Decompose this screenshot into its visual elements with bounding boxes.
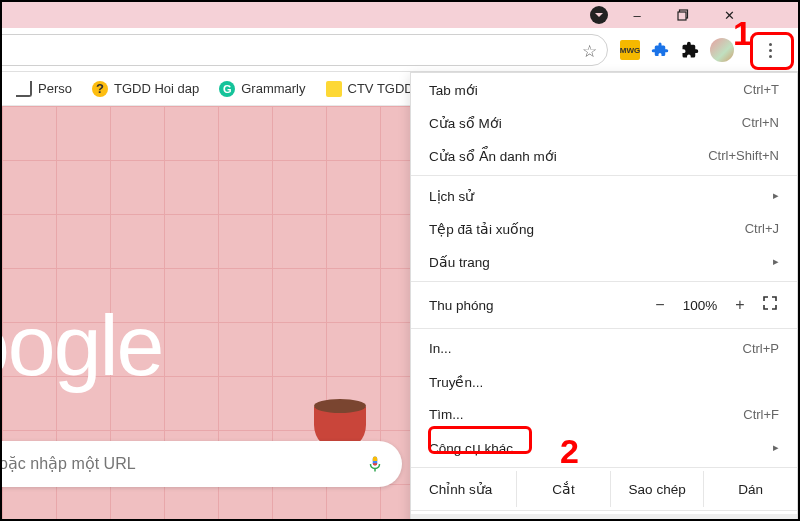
search-input[interactable] (0, 455, 366, 473)
menu-cut[interactable]: Cắt (516, 471, 610, 507)
menu-label: Truyền... (429, 374, 483, 390)
menu-shortcut: Ctrl+N (742, 115, 779, 130)
address-bar[interactable]: ☆ (0, 34, 608, 66)
annotation-box-1 (750, 32, 794, 70)
new-tab-page: oogle (2, 106, 410, 519)
menu-label: Tìm... (429, 407, 464, 422)
fullscreen-button[interactable] (755, 296, 785, 314)
folder-icon (16, 81, 32, 97)
menu-label: Thu phóng (429, 298, 645, 313)
menu-incognito[interactable]: Cửa sổ Ẩn danh mới Ctrl+Shift+N (411, 139, 797, 172)
bookmark-star-icon[interactable]: ☆ (582, 41, 597, 62)
bookmark-label: TGDD Hoi dap (114, 81, 199, 96)
bookmark-label: Grammarly (241, 81, 305, 96)
menu-edit-label: Chỉnh sửa (411, 471, 516, 507)
menu-new-window[interactable]: Cửa sổ Mới Ctrl+N (411, 106, 797, 139)
menu-shortcut: Ctrl+T (743, 82, 779, 97)
menu-edit-row: Chỉnh sửa Cắt Sao chép Dán (411, 471, 797, 507)
menu-divider (411, 467, 797, 468)
svg-rect-1 (678, 12, 686, 20)
annotation-step-2: 2 (560, 432, 579, 471)
menu-downloads[interactable]: Tệp đã tải xuống Ctrl+J (411, 212, 797, 245)
window-gap (752, 2, 798, 28)
annotation-step-1: 1 (733, 14, 752, 53)
tab-dropdown-icon[interactable] (590, 6, 608, 24)
extension-icon[interactable] (650, 40, 670, 60)
zoom-value: 100% (675, 298, 725, 313)
menu-label: Tab mới (429, 82, 478, 98)
bookmark-label: CTV TGDD (348, 81, 414, 96)
menu-cast[interactable]: Truyền... (411, 365, 797, 398)
extensions-button-icon[interactable] (680, 40, 700, 60)
window-titlebar: – ✕ (2, 2, 798, 28)
search-bar[interactable] (0, 441, 402, 487)
window-maximize-button[interactable] (660, 2, 706, 28)
bookmark-label: Perso (38, 81, 72, 96)
menu-label: Lịch sử (429, 188, 474, 204)
bookmark-ctv-tgdd[interactable]: CTV TGDD (316, 72, 424, 106)
question-icon: ? (92, 81, 108, 97)
menu-label: Cửa sổ Mới (429, 115, 502, 131)
menu-label: Tệp đã tải xuống (429, 221, 534, 237)
zoom-in-button[interactable]: + (725, 296, 755, 314)
menu-copy[interactable]: Sao chép (610, 471, 704, 507)
extension-mwg-icon[interactable]: MWG (620, 40, 640, 60)
menu-paste[interactable]: Dán (703, 471, 797, 507)
toolbar: ☆ MWG (2, 28, 798, 72)
voice-search-icon[interactable] (366, 453, 384, 475)
menu-divider (411, 328, 797, 329)
menu-bookmarks[interactable]: Dấu trang (411, 245, 797, 278)
menu-label: In... (429, 341, 452, 356)
profile-avatar[interactable] (710, 38, 734, 62)
menu-new-tab[interactable]: Tab mới Ctrl+T (411, 73, 797, 106)
menu-shortcut: Ctrl+Shift+N (708, 148, 779, 163)
bookmark-grammarly[interactable]: G Grammarly (209, 72, 315, 106)
window-minimize-button[interactable]: – (614, 2, 660, 28)
menu-divider (411, 510, 797, 511)
folder-icon (326, 81, 342, 97)
grammarly-icon: G (219, 81, 235, 97)
menu-divider (411, 281, 797, 282)
google-logo-text: oogle (0, 296, 162, 395)
menu-print[interactable]: In... Ctrl+P (411, 332, 797, 365)
menu-shortcut: Ctrl+J (745, 221, 779, 236)
menu-label: Dấu trang (429, 254, 490, 270)
annotation-box-2 (428, 426, 532, 454)
menu-shortcut: Ctrl+F (743, 407, 779, 422)
bookmark-perso[interactable]: Perso (6, 72, 82, 106)
bookmark-tgdd-hoidap[interactable]: ? TGDD Hoi dap (82, 72, 209, 106)
menu-label: Cửa sổ Ẩn danh mới (429, 148, 557, 164)
menu-divider (411, 175, 797, 176)
menu-settings[interactable]: Cài đặt (411, 514, 797, 521)
menu-zoom: Thu phóng − 100% + (411, 285, 797, 325)
menu-shortcut: Ctrl+P (743, 341, 779, 356)
zoom-out-button[interactable]: − (645, 296, 675, 314)
menu-history[interactable]: Lịch sử (411, 179, 797, 212)
